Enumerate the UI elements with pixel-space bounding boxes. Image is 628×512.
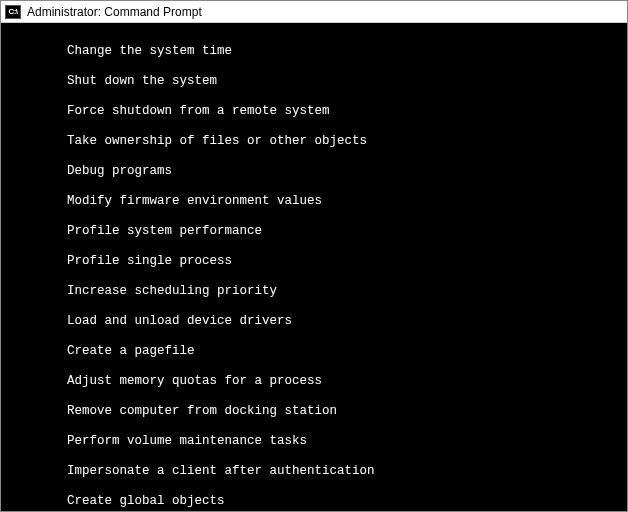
privilege-line: Change the system time <box>1 44 627 59</box>
cmd-icon: C:\ <box>5 5 21 19</box>
privilege-line: Adjust memory quotas for a process <box>1 374 627 389</box>
privilege-line: Perform volume maintenance tasks <box>1 434 627 449</box>
window-title: Administrator: Command Prompt <box>27 5 202 19</box>
privilege-line: Debug programs <box>1 164 627 179</box>
privilege-line: Force shutdown from a remote system <box>1 104 627 119</box>
privilege-line: Create a pagefile <box>1 344 627 359</box>
privilege-line: Profile single process <box>1 254 627 269</box>
titlebar[interactable]: C:\ Administrator: Command Prompt <box>1 1 627 23</box>
privilege-line: Create global objects <box>1 494 627 509</box>
privilege-line: Load and unload device drivers <box>1 314 627 329</box>
privilege-line: Profile system performance <box>1 224 627 239</box>
privilege-line: Shut down the system <box>1 74 627 89</box>
privilege-line: Increase scheduling priority <box>1 284 627 299</box>
privilege-line: Impersonate a client after authenticatio… <box>1 464 627 479</box>
privilege-line: Modify firmware environment values <box>1 194 627 209</box>
privilege-line: Remove computer from docking station <box>1 404 627 419</box>
terminal-output[interactable]: Change the system time Shut down the sys… <box>1 23 627 511</box>
privilege-line: Take ownership of files or other objects <box>1 134 627 149</box>
